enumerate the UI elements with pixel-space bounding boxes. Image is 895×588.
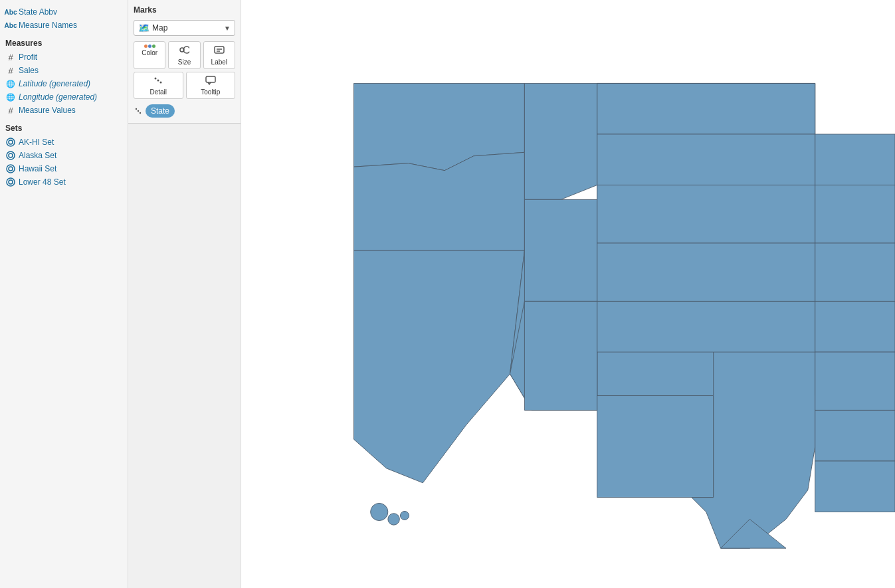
svg-point-7 [9, 180, 13, 184]
svg-point-22 [400, 511, 409, 520]
dropdown-arrow-icon: ▼ [224, 25, 231, 32]
sidebar-label-alaska-set: Alaska Set [19, 151, 56, 160]
abc-icon-2: Abc [5, 20, 16, 31]
marks-section: Marks 🗺️ Map ▼ Color [128, 0, 241, 124]
sidebar-item-alaska-set[interactable]: Alaska Set [0, 149, 128, 162]
sidebar-label-longitude: Longitude (generated) [19, 92, 97, 102]
svg-point-20 [371, 503, 388, 520]
svg-point-21 [388, 514, 399, 525]
marks-buttons-row2: Detail Tooltip [134, 72, 235, 99]
detail-button[interactable]: Detail [134, 72, 183, 99]
svg-point-5 [9, 167, 13, 171]
sidebar-label-lower-48-set: Lower 48 Set [19, 177, 66, 187]
globe-icon-latitude: 🌐 [5, 78, 16, 89]
sets-section-header: Sets [0, 117, 128, 136]
sidebar: Abc State Abbv Abc Measure Names Measure… [0, 0, 128, 588]
middle-panel: Marks 🗺️ Map ▼ Color [128, 0, 241, 588]
hash-icon-measure-values: # [5, 105, 16, 116]
marks-buttons-row1: Color Size [134, 41, 235, 69]
color-label: Color [142, 49, 157, 56]
tooltip-button[interactable]: Tooltip [186, 72, 236, 99]
label-button[interactable]: Label [203, 41, 235, 69]
sidebar-label-sales: Sales [19, 66, 39, 75]
sidebar-label-latitude: Latitude (generated) [19, 79, 90, 88]
size-label: Size [178, 58, 191, 66]
marks-type-dropdown[interactable]: 🗺️ Map ▼ [134, 20, 235, 36]
color-dots-icon [144, 45, 155, 48]
us-map-svg [241, 0, 895, 588]
svg-point-17 [136, 108, 137, 109]
sidebar-item-measure-values[interactable]: # Measure Values [0, 104, 128, 117]
svg-point-2 [7, 151, 15, 159]
state-pill-row: State [134, 104, 235, 118]
detail-label: Detail [149, 88, 167, 96]
svg-point-6 [7, 178, 15, 186]
sidebar-item-ak-hi-set[interactable]: AK-HI Set [0, 136, 128, 149]
svg-point-3 [9, 153, 13, 157]
svg-point-0 [7, 138, 15, 146]
measures-section-header: Measures [0, 32, 128, 50]
tooltip-label: Tooltip [201, 88, 220, 96]
tooltip-icon [205, 75, 216, 87]
svg-rect-10 [215, 47, 224, 53]
color-button[interactable]: Color [134, 41, 165, 69]
size-button[interactable]: Size [168, 41, 200, 69]
hash-icon-profit: # [5, 52, 16, 62]
state-pill-label: State [151, 106, 169, 116]
set-icon-lower-48 [5, 177, 16, 187]
svg-point-19 [140, 112, 141, 113]
size-icon [179, 45, 189, 57]
sidebar-item-sales[interactable]: # Sales [0, 64, 128, 77]
set-icon-alaska [5, 150, 16, 161]
sidebar-item-measure-names[interactable]: Abc Measure Names [0, 19, 128, 32]
sidebar-item-lower-48-set[interactable]: Lower 48 Set [0, 175, 128, 189]
svg-point-18 [138, 110, 139, 111]
label-label: Label [211, 58, 227, 66]
sidebar-item-state-abbv[interactable]: Abc State Abbv [0, 5, 128, 19]
label-icon [214, 45, 225, 57]
set-icon-hawaii [5, 163, 16, 174]
sidebar-item-hawaii-set[interactable]: Hawaii Set [0, 162, 128, 175]
svg-point-15 [160, 82, 162, 84]
svg-point-1 [9, 140, 13, 144]
sidebar-label-measure-names: Measure Names [19, 21, 77, 30]
sidebar-label-state-abbv: State Abbv [19, 7, 57, 17]
sidebar-item-latitude[interactable]: 🌐 Latitude (generated) [0, 77, 128, 90]
abc-icon: Abc [5, 7, 16, 17]
sidebar-label-ak-hi-set: AK-HI Set [19, 138, 54, 147]
sidebar-item-profit[interactable]: # Profit [0, 50, 128, 64]
marks-dropdown-left: 🗺️ Map [138, 23, 167, 33]
svg-point-13 [155, 78, 157, 80]
detail-pill-icon [134, 106, 143, 117]
svg-point-14 [157, 80, 159, 82]
set-icon-ak-hi [5, 137, 16, 147]
sidebar-label-measure-values: Measure Values [19, 106, 76, 115]
marks-dropdown-label: Map [152, 23, 167, 33]
map-area [241, 0, 895, 588]
marks-title: Marks [134, 5, 235, 15]
svg-point-4 [7, 165, 15, 173]
sidebar-label-hawaii-set: Hawaii Set [19, 164, 56, 173]
svg-rect-16 [206, 76, 215, 82]
sidebar-item-longitude[interactable]: 🌐 Longitude (generated) [0, 90, 128, 104]
map-icon: 🗺️ [138, 23, 149, 33]
detail-icon [153, 75, 163, 87]
hash-icon-sales: # [5, 65, 16, 76]
sidebar-label-profit: Profit [19, 52, 37, 62]
state-pill[interactable]: State [146, 104, 175, 118]
map-container [241, 0, 895, 588]
globe-icon-longitude: 🌐 [5, 92, 16, 102]
